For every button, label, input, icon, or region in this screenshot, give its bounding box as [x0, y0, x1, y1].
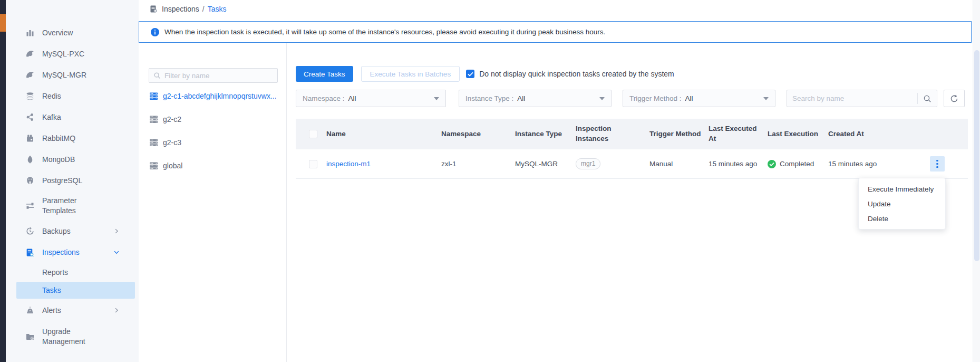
cluster-list: g2-c1-abcdefghijklmnopqrstuvwx... g2-c2 …: [139, 84, 286, 177]
hide-quick-tasks-checkbox[interactable]: [466, 70, 474, 78]
refresh-icon: [950, 94, 958, 103]
banner-text: When the inspection task is executed, it…: [164, 28, 605, 36]
elephant-icon: [25, 176, 34, 185]
backup-clock-icon: [25, 227, 34, 236]
sidebar-item-tasks[interactable]: Tasks: [16, 282, 135, 299]
bar-chart-icon: [25, 28, 34, 37]
sidebar-item-mysql-mgr[interactable]: MySQL-MGR: [6, 64, 139, 85]
server-icon: [149, 116, 158, 123]
vertical-scrollbar[interactable]: [973, 0, 980, 362]
column-header-name: Name: [326, 129, 441, 139]
namespace-dropdown-value: All: [348, 94, 356, 102]
cluster-item-label: g2-c1-abcdefghijklmnopqrstuvwx...: [163, 92, 277, 100]
sidebar-item-inspections[interactable]: Inspections: [6, 242, 139, 263]
namespace-dropdown-label: Namespace :: [303, 94, 345, 102]
sidebar: Overview MySQL-PXC MySQL-MGR Redis Kafka…: [6, 0, 139, 362]
column-header-last-execution: Last Execution: [768, 129, 828, 139]
sidebar-item-backups[interactable]: Backups: [6, 221, 139, 242]
row-actions-kebab-button[interactable]: [930, 156, 945, 172]
inspection-clipboard-icon: [149, 5, 158, 13]
chevron-right-icon: [113, 228, 120, 234]
leaf-icon: [25, 155, 34, 164]
dolphin-icon: [25, 50, 34, 59]
cluster-item-g2-c2[interactable]: g2-c2: [139, 108, 286, 131]
sidebar-item-rabbitmq[interactable]: RabbitMQ: [6, 128, 139, 149]
trigger-method-dropdown-label: Trigger Method :: [629, 94, 682, 102]
cluster-item-label: g2-c2: [163, 115, 181, 123]
task-search-input[interactable]: [787, 94, 917, 102]
server-icon: [149, 92, 158, 100]
cluster-panel: g2-c1-abcdefghijklmnopqrstuvwx... g2-c2 …: [139, 43, 286, 362]
chevron-down-icon: [599, 97, 605, 100]
breadcrumb: Inspections / Tasks: [149, 5, 227, 13]
cluster-item-label: global: [163, 161, 182, 170]
task-search-box: [787, 90, 937, 107]
chevron-down-icon: [113, 249, 120, 255]
instance-tag: mgr1: [576, 158, 600, 169]
breadcrumb-section: Inspections: [162, 5, 199, 13]
task-namespace: zxl-1: [441, 160, 515, 168]
status-badge: Completed: [768, 160, 828, 168]
menu-item-execute-immediately[interactable]: Execute Immediately: [859, 182, 945, 196]
sidebar-item-overview[interactable]: Overview: [6, 22, 139, 43]
dolphin-icon: [25, 71, 34, 80]
column-header-trigger-method: Trigger Method: [649, 129, 709, 139]
server-icon: [149, 162, 158, 170]
task-instance-type: MySQL-MGR: [515, 160, 576, 168]
breadcrumb-separator: /: [202, 5, 205, 13]
row-checkbox[interactable]: [309, 160, 317, 168]
sidebar-item-mongodb[interactable]: MongoDB: [6, 149, 139, 170]
hide-quick-tasks-label: Do not display quick inspection tasks cr…: [479, 70, 674, 78]
cluster-item-label: g2-c3: [163, 138, 181, 147]
column-header-created-at: Created At: [828, 129, 890, 139]
scrollbar-thumb[interactable]: [974, 50, 979, 261]
breadcrumb-current[interactable]: Tasks: [208, 5, 227, 13]
table-row: inspection-m1 zxl-1 MySQL-MGR mgr1 Manua…: [296, 149, 968, 179]
sidebar-item-postgresql[interactable]: PostgreSQL: [6, 170, 139, 191]
namespace-dropdown[interactable]: Namespace : All: [296, 90, 446, 107]
cluster-item-global[interactable]: global: [139, 154, 286, 177]
select-all-checkbox[interactable]: [309, 130, 317, 138]
server-icon: [149, 139, 158, 147]
column-header-last-executed-at: Last Executed At: [709, 124, 768, 144]
status-text: Completed: [780, 160, 814, 168]
instance-type-dropdown-label: Instance Type :: [465, 94, 513, 102]
sidebar-item-alerts[interactable]: Alerts: [6, 299, 139, 322]
cluster-filter-box: [149, 68, 278, 83]
trigger-method-dropdown-value: All: [685, 94, 693, 102]
search-icon: [153, 72, 161, 79]
cluster-item-g2-c1[interactable]: g2-c1-abcdefghijklmnopqrstuvwx...: [139, 84, 286, 108]
rail-accent-indicator: [0, 14, 6, 32]
menu-item-delete[interactable]: Delete: [859, 211, 945, 226]
column-header-namespace: Namespace: [441, 129, 515, 139]
create-tasks-button[interactable]: Create Tasks: [296, 66, 353, 82]
task-trigger-method: Manual: [649, 160, 709, 168]
tasks-table: Name Namespace Instance Type Inspection …: [296, 119, 968, 179]
success-check-icon: [768, 160, 776, 168]
search-icon[interactable]: [918, 90, 937, 107]
filter-row: Namespace : All Instance Type : All Trig…: [296, 90, 973, 107]
sidebar-item-mysql-pxc[interactable]: MySQL-PXC: [6, 43, 139, 64]
instance-type-dropdown[interactable]: Instance Type : All: [459, 90, 612, 107]
cluster-filter-input[interactable]: [164, 72, 273, 80]
left-rail: [0, 0, 6, 362]
toolbar: Create Tasks Execute Tasks in Batches Do…: [296, 66, 973, 82]
folder-gear-icon: [25, 332, 34, 341]
sidebar-item-redis[interactable]: Redis: [6, 85, 139, 107]
refresh-button[interactable]: [944, 90, 965, 107]
sidebar-item-reports[interactable]: Reports: [6, 263, 139, 282]
network-icon: [25, 113, 34, 122]
menu-item-update[interactable]: Update: [859, 196, 945, 211]
trigger-method-dropdown[interactable]: Trigger Method : All: [623, 90, 775, 107]
inspection-clipboard-icon: [25, 248, 34, 257]
sidebar-item-kafka[interactable]: Kafka: [6, 107, 139, 128]
cluster-item-g2-c3[interactable]: g2-c3: [139, 131, 286, 154]
info-banner: When the inspection task is executed, it…: [139, 21, 972, 43]
rabbit-icon: [25, 134, 34, 143]
sidebar-item-upgrade-management[interactable]: Upgrade Management: [6, 322, 139, 351]
chevron-down-icon: [763, 97, 769, 100]
sidebar-item-parameter-templates[interactable]: Parameter Templates: [6, 191, 139, 221]
chevron-down-icon: [434, 97, 439, 100]
task-name-link[interactable]: inspection-m1: [326, 160, 441, 168]
execute-tasks-batches-button[interactable]: Execute Tasks in Batches: [361, 66, 460, 82]
